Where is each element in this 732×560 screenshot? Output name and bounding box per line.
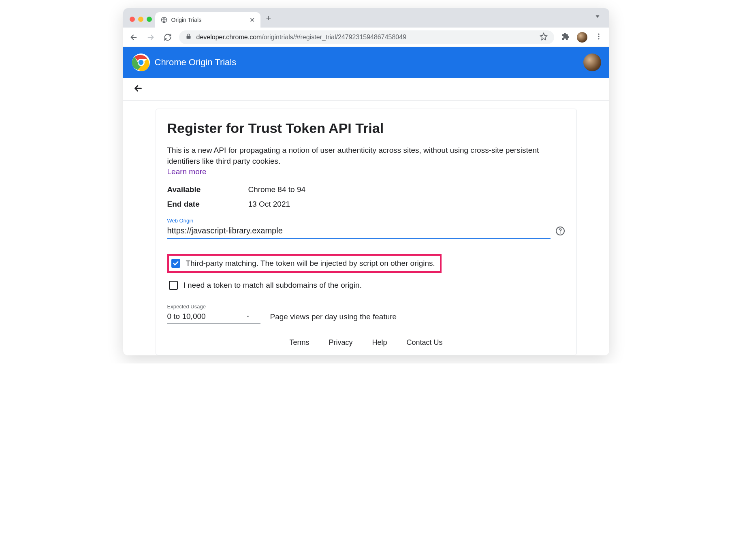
- new-tab-button[interactable]: +: [260, 13, 276, 28]
- available-label: Available: [167, 185, 248, 194]
- trial-description: This is a new API for propagating a noti…: [167, 145, 565, 167]
- reload-button[interactable]: [162, 32, 173, 43]
- svg-point-8: [559, 232, 560, 233]
- footer-privacy-link[interactable]: Privacy: [329, 338, 352, 347]
- web-origin-input[interactable]: [167, 224, 551, 239]
- page-heading: Register for Trust Token API Trial: [167, 120, 565, 136]
- profile-avatar[interactable]: [583, 53, 601, 71]
- usage-description: Page views per day using the feature: [270, 312, 397, 324]
- page-nav-row: [123, 78, 609, 100]
- footer-help-link[interactable]: Help: [372, 338, 387, 347]
- end-date-row: End date 13 Oct 2021: [167, 200, 565, 209]
- dropdown-caret-icon: [245, 314, 251, 319]
- learn-more-link[interactable]: Learn more: [167, 167, 207, 176]
- svg-point-3: [598, 38, 599, 39]
- forward-button[interactable]: [145, 32, 156, 43]
- available-row: Available Chrome 84 to 94: [167, 185, 565, 194]
- browser-tab[interactable]: Origin Trials ✕: [155, 12, 260, 28]
- address-bar[interactable]: developer.chrome.com/origintrials/#/regi…: [179, 30, 554, 44]
- browser-toolbar: developer.chrome.com/origintrials/#/regi…: [123, 28, 609, 47]
- subdomain-label: I need a token to match all subdomains o…: [184, 281, 362, 290]
- third-party-checkbox-row[interactable]: Third-party matching. The token will be …: [167, 254, 442, 273]
- page-back-button[interactable]: [133, 83, 143, 95]
- footer-terms-link[interactable]: Terms: [289, 338, 309, 347]
- svg-point-1: [598, 33, 599, 34]
- expected-usage-label: Expected Usage: [167, 304, 260, 310]
- close-tab-button[interactable]: ✕: [250, 16, 255, 24]
- web-origin-label: Web Origin: [167, 218, 565, 224]
- help-icon[interactable]: [555, 226, 565, 237]
- footer-contact-link[interactable]: Contact Us: [407, 338, 443, 347]
- minimize-window-button[interactable]: [138, 17, 143, 22]
- subdomain-checkbox[interactable]: [169, 281, 178, 290]
- app-header: Chrome Origin Trials: [123, 47, 609, 78]
- expected-usage-value: 0 to 10,000: [167, 312, 206, 321]
- end-date-value: 13 Oct 2021: [248, 200, 290, 209]
- expected-usage-select[interactable]: 0 to 10,000: [167, 310, 260, 324]
- tab-overflow-icon[interactable]: [594, 13, 604, 28]
- available-value: Chrome 84 to 94: [248, 185, 306, 194]
- globe-icon: [161, 17, 167, 23]
- close-window-button[interactable]: [130, 17, 135, 22]
- profile-avatar-small[interactable]: [577, 32, 587, 43]
- expected-usage-row: Expected Usage 0 to 10,000 Page views pe…: [167, 304, 565, 324]
- svg-point-2: [598, 36, 599, 37]
- kebab-menu-icon[interactable]: [593, 31, 604, 44]
- bookmark-star-icon[interactable]: [540, 32, 548, 42]
- subdomain-checkbox-row[interactable]: I need a token to match all subdomains o…: [167, 278, 565, 292]
- app-title: Chrome Origin Trials: [155, 57, 237, 68]
- window-controls: [128, 17, 155, 28]
- url-text: developer.chrome.com/origintrials/#/regi…: [196, 34, 407, 41]
- svg-point-6: [138, 60, 143, 65]
- extensions-icon[interactable]: [560, 31, 571, 44]
- content-area: Register for Trust Token API Trial This …: [123, 100, 609, 355]
- tab-bar: Origin Trials ✕ +: [123, 8, 609, 28]
- back-button[interactable]: [128, 32, 139, 43]
- maximize-window-button[interactable]: [147, 17, 152, 22]
- footer-links: Terms Privacy Help Contact Us: [167, 338, 565, 347]
- web-origin-field: Web Origin: [167, 218, 565, 239]
- chrome-logo-icon: [131, 53, 151, 72]
- tab-title: Origin Trials: [171, 17, 202, 23]
- third-party-checkbox[interactable]: [171, 259, 180, 268]
- end-date-label: End date: [167, 200, 248, 209]
- third-party-label: Third-party matching. The token will be …: [186, 259, 435, 268]
- registration-card: Register for Trust Token API Trial This …: [156, 109, 577, 355]
- browser-window: Origin Trials ✕ + developer.chrome.com/o…: [123, 8, 609, 355]
- lock-icon: [186, 33, 192, 41]
